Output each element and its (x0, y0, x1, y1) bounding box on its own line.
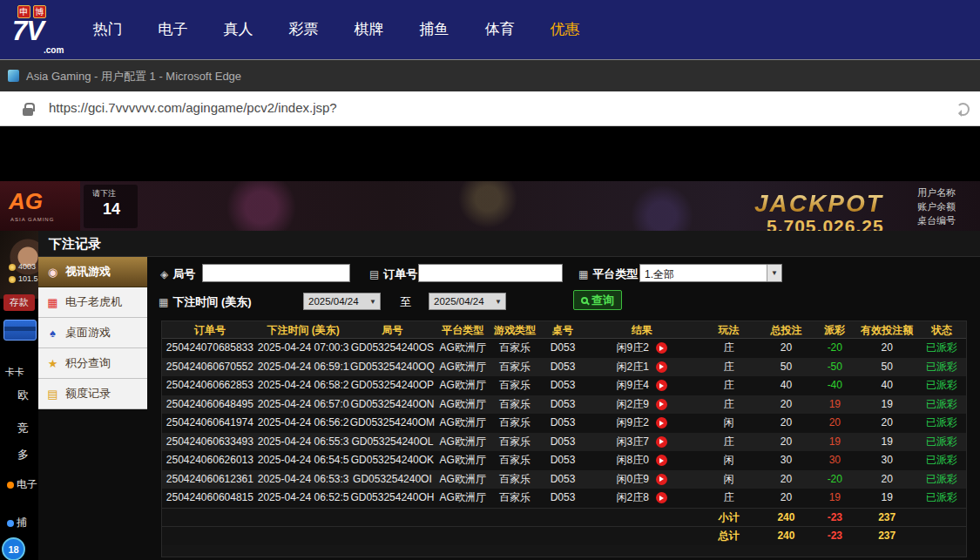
deposit-button-fragment[interactable]: 存款 (3, 294, 35, 311)
cell-play-type: 庄 (699, 489, 760, 508)
table-row[interactable]: 250424060626013 2025-04-24 06:54:54 GD05… (162, 451, 966, 470)
chevron-down-icon: ▼ (495, 298, 502, 306)
video-camera-icon: ◉ (46, 266, 59, 279)
nav-item-lottery[interactable]: 彩票 (271, 0, 336, 59)
play-triangle (659, 458, 664, 463)
ag-logo-box: AG ASIA GAMING (0, 181, 80, 231)
sidebar-item-label: 视讯游戏 (65, 264, 111, 280)
header-total-bet: 总投注 (760, 321, 814, 338)
coin-icon (9, 276, 16, 283)
subtotal-payout: -23 (813, 509, 856, 527)
cell-total-bet: 20 (760, 489, 814, 508)
window-title: Asia Gaming - 用户配置 1 - Microsoft Edge (26, 69, 241, 84)
table-total-row: 总计 240 -23 237 (162, 526, 966, 545)
menu-jing-fragment[interactable]: 竞 (17, 421, 29, 436)
round-number-input[interactable] (202, 264, 350, 282)
play-video-icon[interactable] (656, 417, 667, 428)
round-number-label: ◈ 局号 (160, 267, 195, 282)
menu-bu-fragment[interactable]: 捕 (7, 516, 27, 530)
account-info-table: 桌台编号 (917, 213, 975, 227)
url-text[interactable]: https://gci.7vvvvvv.com/agingame/pcv2/in… (49, 100, 337, 115)
sidebar-item-slot-machines[interactable]: ▦ 电子老虎机 (38, 287, 147, 318)
search-button[interactable]: 查询 (573, 290, 622, 310)
cell-game-type: 百家乐 (490, 395, 540, 415)
play-triangle (659, 364, 664, 369)
cell-table-number: D053 (540, 414, 585, 433)
sidebar-item-quota-records[interactable]: ▤ 额度记录 (38, 379, 147, 409)
refresh-icon[interactable] (956, 103, 970, 116)
subtotal-spacer (162, 509, 699, 527)
nav-item-live[interactable]: 真人 (206, 0, 271, 59)
card-menu-fragment[interactable]: 卡卡 (5, 366, 24, 379)
lock-icon[interactable] (23, 108, 33, 116)
cell-table-number: D053 (540, 489, 585, 508)
tag-icon: ◈ (160, 268, 168, 280)
table-row[interactable]: 250424060670552 2025-04-24 06:59:11 GD05… (162, 358, 966, 377)
play-triangle (659, 476, 664, 482)
cell-round-number: GD053254240ON (349, 395, 436, 415)
total-status (917, 527, 966, 545)
nav-item-promo[interactable]: 优惠 (532, 0, 598, 59)
subtotal-valid: 237 (856, 509, 917, 527)
cell-bet-time: 2025-04-24 06:54:54 (258, 451, 349, 470)
play-video-icon[interactable] (656, 361, 667, 373)
play-video-icon[interactable] (656, 474, 667, 485)
cell-game-type: 百家乐 (490, 470, 540, 489)
order-number-input[interactable] (418, 264, 563, 282)
table-row[interactable]: 250424060648495 2025-04-24 06:57:04 GD05… (162, 395, 966, 415)
account-info-username: 用户名称 (917, 186, 975, 199)
cell-order-number: 250424060612361 (162, 470, 258, 489)
nav-item-slots[interactable]: 电子 (140, 0, 206, 59)
cell-payout: -20 (813, 470, 856, 489)
table-row[interactable]: 250424070685833 2025-04-24 07:00:33 GD05… (162, 339, 966, 358)
play-video-icon[interactable] (656, 455, 667, 466)
chevron-down-icon[interactable]: ▼ (767, 265, 781, 281)
cell-result: 闲3庄7 (585, 433, 699, 452)
cell-bet-time: 2025-04-24 06:59:11 (258, 358, 349, 377)
cell-valid-bet: 19 (856, 395, 917, 415)
play-video-icon[interactable] (656, 492, 667, 503)
browser-address-bar[interactable]: https://gci.7vvvvvv.com/agingame/pcv2/in… (0, 91, 980, 126)
header-game-type: 游戏类型 (490, 321, 540, 338)
menu-duo-fragment[interactable]: 多 (17, 447, 29, 462)
play-video-icon[interactable] (656, 436, 667, 448)
header-status: 状态 (917, 321, 966, 338)
bet-records-table: 订单号 下注时间 (美东) 局号 平台类型 游戏类型 桌号 结果 玩法 总投注 … (161, 320, 967, 557)
cell-play-type: 闲 (699, 470, 760, 489)
table-row[interactable]: 250424060612361 2025-04-24 06:53:37 GD05… (162, 470, 966, 489)
menu-dianzi-fragment[interactable]: 电子 (7, 477, 37, 492)
table-row[interactable]: 250424060641974 2025-04-24 06:56:25 GD05… (162, 414, 966, 433)
badge-18-icon: 18 (2, 537, 25, 560)
play-video-icon[interactable] (656, 342, 667, 354)
date-from-dropdown[interactable]: 2025/04/24 ▼ (303, 293, 381, 310)
play-video-icon[interactable] (656, 399, 667, 410)
date-to-dropdown[interactable]: 2025/04/24 ▼ (429, 293, 506, 310)
cell-play-type: 庄 (699, 358, 760, 377)
nav-item-fishing[interactable]: 捕鱼 (402, 0, 467, 59)
cell-total-bet: 50 (760, 358, 814, 377)
cell-order-number: 250424060604815 (162, 489, 258, 508)
cell-total-bet: 20 (760, 414, 814, 433)
nav-item-chess[interactable]: 棋牌 (336, 0, 402, 59)
nav-item-sports[interactable]: 体育 (467, 0, 532, 59)
platform-type-select[interactable]: 1.全部 ▼ (639, 264, 782, 282)
cell-result: 闲2庄1 (585, 358, 699, 377)
table-row[interactable]: 250424060604815 2025-04-24 06:52:51 GD05… (162, 489, 966, 508)
cell-status: 已派彩 (917, 376, 966, 395)
site-logo[interactable]: 申 博 7V .com (12, 2, 80, 57)
sidebar-item-points-query[interactable]: ★ 积分查询 (38, 348, 147, 379)
header-time: 下注时间 (美东) (258, 321, 349, 338)
play-video-icon[interactable] (656, 380, 667, 391)
cell-play-type: 闲 (699, 451, 760, 470)
nav-item-hot[interactable]: 热门 (75, 0, 140, 59)
header-play: 玩法 (699, 321, 760, 338)
bet-records-modal: 下注记录 ◉ 视讯游戏 ▦ 电子老虎机 ♠ 桌面游戏 ★ 积分查询 ▤ 额度记录… (38, 231, 980, 560)
menu-eu-fragment[interactable]: 欧 (17, 388, 29, 403)
table-row[interactable]: 250424060662853 2025-04-24 06:58:27 GD05… (162, 376, 966, 395)
sidebar-item-live-games[interactable]: ◉ 视讯游戏 (38, 257, 147, 287)
table-row[interactable]: 250424060633493 2025-04-24 06:55:33 GD05… (162, 433, 966, 452)
sidebar-item-table-games[interactable]: ♠ 桌面游戏 (38, 318, 147, 348)
sidebar-item-label: 电子老虎机 (65, 294, 122, 310)
cell-total-bet: 20 (760, 339, 814, 358)
cell-game-type: 百家乐 (490, 339, 540, 358)
